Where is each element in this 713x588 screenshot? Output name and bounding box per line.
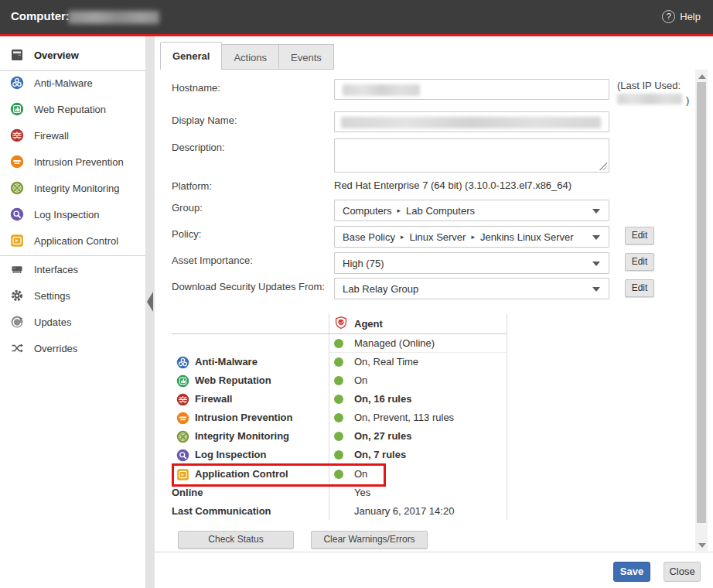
scrollbar-thumb[interactable] [697,82,706,523]
policy-select[interactable]: Base Policy ▸ Linux Server ▸ Jenkins Lin… [334,226,609,248]
agent-column-header: Agent [354,318,383,330]
last-ip-suffix: ) [686,94,689,106]
sidebar-item-label: Log Inspection [34,209,100,220]
table-row-value: On, Real Time [354,356,418,368]
sidebar-item-overrides[interactable]: Overrides [0,335,145,361]
integrity-monitoring-icon [10,181,24,195]
scroll-down-icon[interactable] [698,543,706,548]
sidebar-item-web-reputation[interactable]: Web Reputation [0,96,145,122]
description-textarea[interactable] [334,138,609,173]
help-button[interactable]: ? Help [662,10,701,23]
save-button[interactable]: Save [613,562,650,582]
table-row-value: January 6, 2017 14:20 [354,505,454,517]
sidebar-item-overview[interactable]: Overview [0,39,145,70]
title-bar: Computer: ? Help [0,0,713,34]
resize-handle-icon[interactable] [599,162,607,170]
sidebar-item-interfaces[interactable]: Interfaces [0,256,145,282]
intrusion-prevention-icon [176,412,189,425]
table-row-divider [329,352,507,353]
table-column-divider [507,313,507,520]
table-row-value: On, 7 rules [354,449,406,460]
asset-importance-edit-button[interactable]: Edit [625,253,654,271]
asset-importance-select[interactable]: High (75) [334,252,609,274]
anti-malware-icon [176,356,189,369]
sidebar-item-label: Overrides [34,343,77,354]
anti-malware-icon [10,76,24,90]
table-row-label: Firewall [195,393,232,405]
firewall-icon [10,128,24,142]
application-control-icon [10,234,24,248]
policy-segment: Jenkins Linux Server [480,231,574,243]
check-status-button[interactable]: Check Status [178,531,294,549]
table-row-value: On [354,374,367,386]
breadcrumb-separator-icon: ▸ [401,233,404,241]
display-name-label: Display Name: [172,115,237,126]
settings-icon [10,289,24,303]
policy-edit-button[interactable]: Edit [625,227,654,244]
sidebar-item-intrusion-prevention[interactable]: Intrusion Prevention [0,149,145,175]
sidebar-item-label: Integrity Monitoring [34,183,120,194]
tab-general[interactable]: General [160,42,222,70]
table-row-value: On, 16 rules [354,393,411,405]
sidebar-item-log-inspection[interactable]: Log Inspection [0,201,145,227]
help-icon: ? [662,10,675,23]
agent-shield-icon [334,316,348,330]
status-dot-icon [334,376,343,385]
table-row-label: Web Reputation [195,374,271,386]
table-row-label: Log Inspection [195,449,266,460]
computer-name-redacted [68,11,159,24]
status-dot-icon [334,357,343,367]
close-button[interactable]: Close [664,562,701,582]
update-source-edit-button[interactable]: Edit [625,279,654,297]
collapse-sidebar-icon[interactable] [147,292,153,312]
update-source-value: Lab Relay Group [343,283,418,295]
scroll-up-icon[interactable] [698,74,706,79]
hostname-input[interactable] [334,79,609,100]
table-header-divider [172,333,507,334]
sidebar-item-updates[interactable]: Updates [0,309,145,335]
tab-events[interactable]: Events [279,44,334,70]
dropdown-caret-icon [592,235,600,240]
dropdown-caret-icon [592,262,600,266]
interfaces-icon [10,262,24,276]
table-row-label: Last Communication [172,505,271,517]
asset-importance-value: High (75) [343,258,384,269]
firewall-icon [176,393,189,406]
sidebar-item-settings[interactable]: Settings [0,282,145,309]
web-reputation-icon [10,102,24,116]
platform-label: Platform: [172,180,212,192]
asset-importance-label: Asset Importance: [172,255,253,266]
breadcrumb-separator-icon: ▸ [471,233,475,241]
clear-warnings-button[interactable]: Clear Warnings/Errors [311,531,428,549]
status-dot-icon [334,339,343,348]
group-segment: Lab Computers [406,205,475,217]
table-row-value: On, Prevent, 113 rules [354,412,454,423]
intrusion-prevention-icon [10,155,24,169]
footer-divider [155,552,713,552]
sidebar-item-label: Settings [34,290,70,302]
group-select[interactable]: Computers ▸ Lab Computers [334,200,609,221]
log-inspection-icon [10,207,24,221]
sidebar-item-anti-malware[interactable]: Anti-Malware [0,70,145,96]
display-name-input[interactable] [334,111,609,132]
update-source-select[interactable]: Lab Relay Group [334,278,609,299]
sidebar-item-firewall[interactable]: Firewall [0,122,145,149]
sidebar: Overview Anti-Malware Web Reputation Fir… [0,36,145,588]
tab-actions[interactable]: Actions [222,44,279,70]
sidebar-item-label: Intrusion Prevention [34,156,124,168]
sidebar-item-integrity-monitoring[interactable]: Integrity Monitoring [0,175,145,201]
table-row-label: Integrity Monitoring [195,430,289,442]
agent-status-value: Managed (Online) [354,337,435,349]
sidebar-item-label: Updates [34,316,71,328]
sidebar-item-application-control[interactable]: Application Control [0,227,145,254]
last-ip-value-redacted [617,94,682,104]
dropdown-caret-icon [592,287,600,292]
table-row-label: Intrusion Prevention [195,412,292,423]
hostname-value-redacted [343,84,420,96]
update-source-label: Download Security Updates From: [172,281,325,292]
sidebar-item-label: Interfaces [34,264,78,275]
table-row-value: On, 27 rules [354,430,411,442]
table-row-value: Yes [354,487,370,498]
integrity-monitoring-icon [176,430,189,443]
platform-value: Red Hat Enterprise 7 (64 bit) (3.10.0-12… [334,179,571,191]
